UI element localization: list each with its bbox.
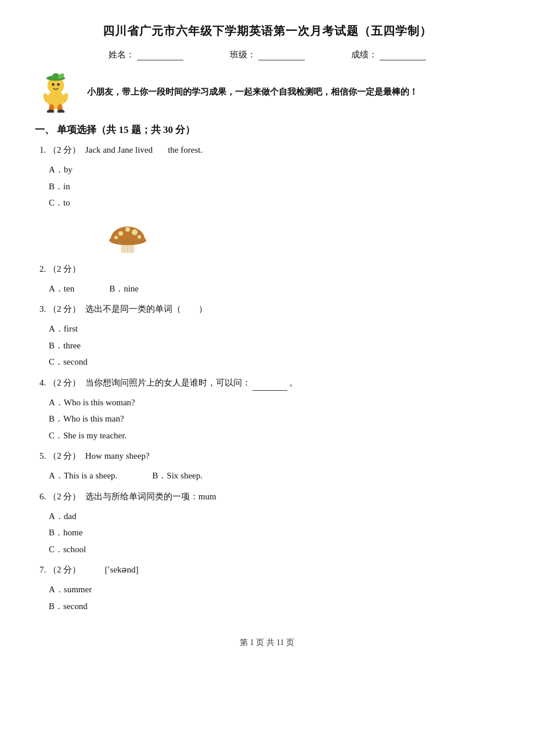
- svg-point-21: [114, 236, 118, 239]
- mascot-icon: [35, 71, 77, 113]
- q4-score: （2 分）: [48, 378, 81, 387]
- q5-score: （2 分）: [48, 451, 81, 460]
- name-label: 姓名：: [109, 49, 135, 60]
- svg-point-4: [52, 83, 55, 86]
- score-field: 成绩：: [351, 49, 426, 60]
- q3-stem: 3. （2 分） 选出不是同一类的单词（ ）: [39, 301, 499, 317]
- question-6: 6. （2 分） 选出与所给单词同类的一项：mum A．dad B．home C…: [35, 489, 499, 558]
- q5-options-row: A．This is a sheep. B．Six sheep.: [49, 467, 499, 484]
- q6-num: 6.: [39, 492, 46, 501]
- q3-score: （2 分）: [48, 304, 81, 314]
- q1-opt-a: A．by: [49, 161, 499, 178]
- score-underline: [380, 50, 426, 60]
- q2-options-row: A．ten B．nine: [49, 280, 499, 297]
- class-field: 班级：: [230, 49, 305, 60]
- q7-num: 7.: [39, 565, 46, 574]
- q6-opt-b: B．home: [49, 524, 499, 541]
- q7-opt-a: A．summer: [49, 581, 499, 598]
- svg-point-18: [118, 231, 123, 236]
- q6-stem: 6. （2 分） 选出与所给单词同类的一项：mum: [39, 489, 499, 505]
- q1-opt-c: C．to: [49, 195, 499, 211]
- q6-score: （2 分）: [48, 492, 81, 501]
- q7-stem: 7. （2 分） [ˈsekənd]: [39, 562, 499, 578]
- q5-stem: 5. （2 分） How many sheep?: [39, 448, 499, 464]
- q5-opt-a: A．This is a sheep.: [49, 467, 117, 484]
- mushroom-image: [104, 216, 499, 259]
- question-5: 5. （2 分） How many sheep? A．This is a she…: [35, 448, 499, 484]
- q4-blank: [252, 381, 287, 391]
- q4-opt-c: C．She is my teacher.: [49, 427, 499, 444]
- q2-opt-a: A．ten: [49, 280, 74, 297]
- q7-opt-b: B．second: [49, 598, 499, 615]
- q3-opt-a: A．first: [49, 321, 499, 337]
- question-7: 7. （2 分） [ˈsekənd] A．summer B．second: [35, 562, 499, 614]
- svg-point-19: [132, 229, 138, 235]
- svg-point-22: [138, 235, 141, 239]
- q6-opt-c: C．school: [49, 541, 499, 558]
- svg-point-5: [57, 83, 60, 86]
- q4-opt-b: B．Who is this man?: [49, 411, 499, 427]
- class-underline: [258, 50, 305, 60]
- q7-score: （2 分）: [48, 565, 81, 574]
- q3-opt-b: B．three: [49, 337, 499, 354]
- q4-stem: 4. （2 分） 当你想询问照片上的女人是谁时，可以问：。: [39, 375, 499, 391]
- q5-opt-b: B．Six sheep.: [152, 467, 203, 484]
- intro-text: 小朋友，带上你一段时间的学习成果，一起来做个自我检测吧，相信你一定是最棒的！: [87, 87, 418, 98]
- q4-opt-a: A．Who is this woman?: [49, 394, 499, 411]
- info-row: 姓名： 班级： 成绩：: [35, 49, 499, 60]
- q6-opt-a: A．dad: [49, 508, 499, 525]
- svg-point-20: [125, 227, 130, 232]
- q2-stem: 2. （2 分）: [39, 261, 499, 277]
- q5-num: 5.: [39, 451, 46, 460]
- q3-opt-c: C．second: [49, 354, 499, 370]
- question-3: 3. （2 分） 选出不是同一类的单词（ ） A．first B．three C…: [35, 301, 499, 370]
- class-label: 班级：: [230, 49, 256, 60]
- question-4: 4. （2 分） 当你想询问照片上的女人是谁时，可以问：。 A．Who is t…: [35, 375, 499, 444]
- q1-opt-b: B．in: [49, 178, 499, 195]
- mascot-row: 小朋友，带上你一段时间的学习成果，一起来做个自我检测吧，相信你一定是最棒的！: [35, 71, 499, 113]
- score-label: 成绩：: [351, 49, 377, 60]
- q1-num: 1.: [39, 145, 46, 154]
- question-2: 2. （2 分） A．ten B．nine: [35, 261, 499, 297]
- q2-opt-b: B．nine: [109, 280, 139, 297]
- mushroom-icon: [104, 216, 151, 257]
- q2-num: 2.: [39, 264, 46, 273]
- q3-num: 3.: [39, 304, 46, 314]
- q1-stem: 1. （2 分） Jack and Jane lived the forest.: [39, 142, 499, 158]
- name-underline: [137, 50, 183, 60]
- q2-score: （2 分）: [48, 264, 81, 273]
- section1-header: 一、 单项选择（共 15 题；共 30 分）: [35, 123, 499, 136]
- q1-score: （2 分）: [48, 145, 81, 154]
- page-footer: 第 1 页 共 11 页: [35, 638, 499, 648]
- question-1: 1. （2 分） Jack and Jane lived the forest.…: [35, 142, 499, 211]
- page-title: 四川省广元市六年级下学期英语第一次月考试题（五四学制）: [35, 23, 499, 39]
- name-field: 姓名：: [109, 49, 183, 60]
- q4-num: 4.: [39, 378, 46, 387]
